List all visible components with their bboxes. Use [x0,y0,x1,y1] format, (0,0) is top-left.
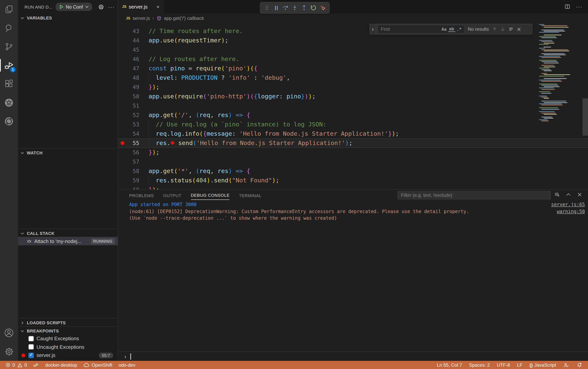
toolbar-drag-grip[interactable] [263,4,270,11]
encoding-status[interactable]: UTF-8 [497,362,510,368]
console-filter-input[interactable] [398,193,550,198]
step-out-icon[interactable] [301,4,308,11]
console-source-link[interactable]: server.js:65 [544,202,585,207]
openshift-status[interactable]: OpenShift [83,362,112,368]
breakpoint-checkbox[interactable] [28,344,34,350]
code-line-60[interactable]: 60}); [118,185,588,189]
close-find-icon[interactable] [516,27,522,32]
code-line-50[interactable]: 50app.use(require('pino-http')({logger: … [118,92,588,101]
code-line-58[interactable]: 58app.get('*', (req, res) => { [118,166,588,176]
breakpoint-item-uncaught-exceptions[interactable]: Uncaught Exceptions [18,343,118,351]
panel-tab-terminal[interactable]: TERMINAL [239,191,261,200]
whole-word-icon[interactable]: ab [448,26,455,32]
close-panel-icon[interactable] [577,192,583,197]
language-status[interactable]: {}JavaScript [529,362,556,368]
breakpoint-gutter[interactable] [118,141,127,145]
indentation-status[interactable]: Spaces: 2 [469,362,490,368]
panel-tab-problems[interactable]: PROBLEMS [129,191,154,200]
breakpoint-item-server.js[interactable]: server.js55:7 [18,351,118,359]
regex-icon[interactable]: .* [455,27,463,32]
find-collapse-chevron-icon[interactable]: › [370,24,376,34]
pause-icon[interactable] [273,4,280,11]
find-in-selection-icon[interactable] [508,26,514,32]
maximize-panel-icon[interactable] [566,192,571,197]
panel-tab-output[interactable]: OUTPUT [163,191,181,200]
code-line-52[interactable]: 52app.get('/', (req, res) => { [118,110,588,120]
step-into-icon[interactable] [291,4,298,11]
minimap-line [544,35,562,35]
code-line-46[interactable]: 46// Log routes after here. [118,54,588,64]
clear-console-icon[interactable] [554,192,560,197]
code-text: // Use req.log (a `pino` instance) to lo… [149,120,327,129]
bell-icon[interactable] [576,362,583,368]
breadcrumb-file[interactable]: server.js [133,16,150,21]
javascript-file-icon: JS [126,16,130,20]
next-match-icon[interactable] [500,26,505,32]
activity-extensions[interactable] [0,75,18,93]
panel-tab-debug-console[interactable]: DEBUG CONSOLE [191,191,230,200]
more-actions-icon[interactable]: ··· [108,4,115,10]
feedback-icon[interactable] [563,362,569,368]
code-editor[interactable]: 43// Time routes after here.44app.use(re… [118,23,588,189]
code-line-54[interactable]: 54req.log.info({message: 'Hello from Nod… [118,129,588,138]
problems-status[interactable]: 0 0 [5,362,27,368]
match-case-icon[interactable]: Aa [440,27,448,32]
disconnect-icon[interactable] [319,4,326,11]
call-stack-header[interactable]: CALL STACK [18,229,118,237]
tab-server-js[interactable]: JS server.js × [118,0,164,13]
odo-dev-status[interactable]: odo-dev [119,362,135,368]
cursor-position-status[interactable]: Ln 55, Col 7 [437,362,462,368]
more-actions-icon[interactable]: ··· [576,3,583,10]
activity-search[interactable] [0,19,18,37]
debug-console-input-row[interactable]: › [118,351,588,361]
code-line-55[interactable]: 55res. send('Hello from Node.js Starter … [118,138,588,148]
previous-match-icon[interactable] [492,26,497,32]
variables-header[interactable]: VARIABLES [18,14,118,21]
docker-context-status[interactable]: docker-desktop [45,362,77,368]
code-line-57[interactable]: 57 [118,157,588,166]
debug-start-status[interactable] [33,362,39,368]
code-line-51[interactable]: 51 [118,101,588,110]
code-line-48[interactable]: 48level: PRODUCTION ? 'info' : 'debug', [118,73,588,82]
activity-kubernetes[interactable] [0,93,18,112]
breakpoint-checkbox[interactable] [28,336,34,341]
find-input[interactable] [381,26,440,32]
debug-config-dropdown[interactable]: No Conf [56,3,92,11]
breakpoint-checkbox[interactable] [28,353,34,358]
activity-accounts[interactable] [0,324,18,342]
activity-settings[interactable] [0,342,18,361]
close-tab-icon[interactable]: × [156,4,159,10]
activity-run-and-debug[interactable]: 1 [0,56,18,75]
minimap-line [544,102,567,103]
breakpoint-item-caught-exceptions[interactable]: Caught Exceptions [18,334,118,343]
editor-scrollbar-thumb[interactable] [583,98,588,136]
braces-icon: {} [529,363,533,367]
breakpoint-dot-icon[interactable] [121,141,124,145]
code-line-49[interactable]: 49}); [118,82,588,92]
activity-explorer[interactable] [0,0,18,19]
code-line-45[interactable]: 45 [118,45,588,54]
split-editor-icon[interactable] [564,3,570,10]
breadcrumb-symbol[interactable]: app.get('/') callback [164,16,204,21]
code-line-53[interactable]: 53// Use req.log (a `pino` instance) to … [118,120,588,129]
code-line-59[interactable]: 59res.status(404).send("Not Found"); [118,176,588,185]
code-line-44[interactable]: 44app.use(requestTimer); [118,36,588,45]
debug-settings-gear-icon[interactable] [98,4,104,10]
breakpoints-header[interactable]: BREAKPOINTS [18,327,118,334]
activity-source-control[interactable] [0,37,18,56]
minimap[interactable] [539,23,571,132]
minimap-line [539,87,554,88]
debug-session-row[interactable]: Attach to 'my-nodej... RUNNING [18,237,118,245]
activity-openshift[interactable] [0,112,18,131]
watch-header[interactable]: WATCH [18,149,118,156]
eol-status[interactable]: LF [517,362,523,368]
console-source-link[interactable]: warning:50 [549,209,585,214]
restart-icon[interactable] [310,4,317,11]
minimap-line [541,113,556,113]
step-over-icon[interactable] [282,4,289,11]
code-line-56[interactable]: 56}); [118,148,588,157]
inline-breakpoint-icon[interactable] [171,141,174,144]
code-line-47[interactable]: 47const pino = require('pino')({ [118,64,588,73]
loaded-scripts-header[interactable]: LOADED SCRIPTS [18,318,118,326]
status-bar-right: Ln 55, Col 7 Spaces: 2 UTF-8 LF {}JavaSc… [437,362,583,368]
